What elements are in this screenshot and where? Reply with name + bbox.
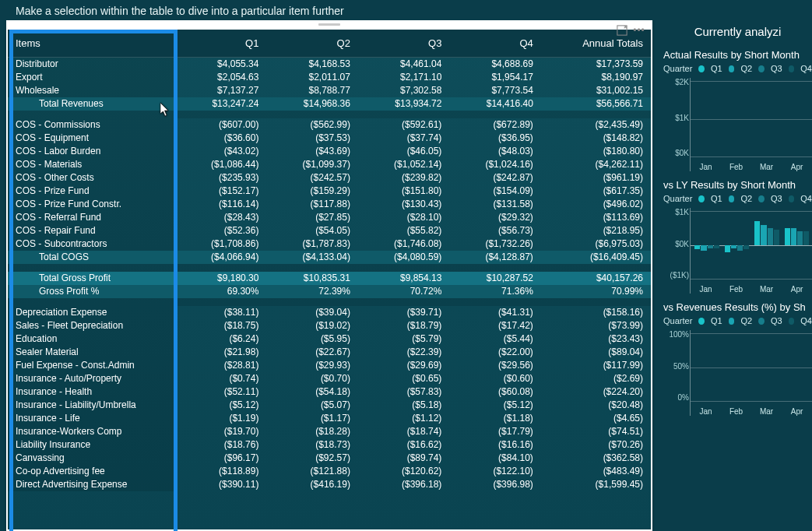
row-label[interactable]: Co-op Advertising fee [8,465,175,478]
row-label[interactable]: Fuel Expense - Const.Admin [8,359,175,372]
more-options-icon[interactable]: ••• [634,25,645,36]
cell-value: ($1,732.26) [449,237,540,251]
table-row[interactable]: Wholesale$7,137.27$8,788.77$7,302.58$7,7… [8,84,651,97]
table-row[interactable]: Liability Insurance($18.76)($18.73)($16.… [8,438,651,452]
table-row[interactable]: Canvassing($96.17)($92.57)($89.74)($84.1… [8,452,651,465]
chart-vs-revenues[interactable]: vs Revenues Results (%) by Sh Quarter Q1… [663,301,812,416]
row-label[interactable]: Total Revenues [8,97,175,111]
chart-bar[interactable] [785,228,790,245]
chart-bar[interactable] [737,245,743,251]
row-label[interactable]: Insurance - Life [8,412,175,425]
table-row[interactable]: Total Revenues$13,247.24$14,968.36$13,93… [8,97,651,111]
row-label[interactable]: Education [8,332,175,346]
chart-vs-ly[interactable]: vs LY Results by Short Month Quarter Q1 … [663,179,812,294]
chart-bar[interactable] [694,245,700,249]
table-row[interactable]: Insurance - Health($52.11)($54.18)($57.8… [8,385,651,399]
chart-bar[interactable] [774,230,779,245]
table-row[interactable]: Depreciation Expense($38.11)($39.04)($39… [8,306,651,319]
chart-bar[interactable] [725,245,730,252]
table-row[interactable]: Total COGS($4,066.94)($4,133.04)($4,080.… [8,251,651,264]
row-label[interactable]: Sales - Fleet Depreciation [8,319,175,332]
column-header[interactable]: Q2 [266,30,357,58]
row-label[interactable]: Total Gross Profit [8,272,175,285]
chart-bar[interactable] [714,245,719,248]
table-row[interactable]: COS - Labor Burden($43.02)($43.69)($46.0… [8,145,651,158]
table-row[interactable]: Export$2,054.63$2,011.07$2,171.10$1,954.… [8,71,651,84]
table-row[interactable]: Insurance - Life($1.19)($1.17)($1.12)($1… [8,412,651,425]
row-label[interactable]: Sealer Material [8,346,175,359]
table-row[interactable]: COS - Equipment($36.60)($37.53)($37.74)(… [8,132,651,145]
table-row[interactable]: COS - Materials($1,086.44)($1,099.37)($1… [8,158,651,171]
table-row[interactable]: Gross Profit %69.30%72.39%70.72%71.36%70… [8,285,651,298]
table-row[interactable]: Fuel Expense - Const.Admin($28.81)($29.9… [8,359,651,372]
row-label[interactable]: Insurance - Health [8,385,175,399]
row-label[interactable]: COS - Other Costs [8,171,175,185]
financial-table[interactable]: ItemsQ1Q2Q3Q4Annual Totals Distributor$4… [8,30,651,491]
row-label[interactable]: Total COGS [8,251,175,264]
table-row[interactable]: Education($6.24)($5.95)($5.79)($5.44)($2… [8,332,651,346]
table-row[interactable]: COS - Repair Fund($52.36)($54.05)($55.82… [8,224,651,237]
column-header[interactable]: Q1 [175,30,266,58]
chart-bar[interactable] [768,228,773,245]
chart-bar[interactable] [791,228,796,245]
row-label[interactable]: Insurance - Auto/Property [8,372,175,385]
row-label[interactable]: Insurance - Liability/Umbrella [8,399,175,412]
chart-actual-results[interactable]: Actual Results by Short Month Quarter Q1… [663,49,812,171]
cell-value: ($607.00) [175,118,266,132]
chart-bar[interactable] [708,245,713,248]
table-row[interactable]: COS - Commissions($607.00)($562.99)($592… [8,118,651,132]
row-label[interactable]: COS - Commissions [8,118,175,132]
cell-value: ($5.18) [358,399,449,412]
table-row[interactable] [8,111,651,118]
row-label[interactable]: COS - Equipment [8,132,175,145]
cell-value: ($120.62) [358,465,449,478]
chart-bar[interactable] [761,225,766,245]
table-row[interactable] [8,264,651,272]
chart-bar[interactable] [701,245,706,251]
table-row[interactable]: Distributor$4,055.34$4,168.53$4,461.04$4… [8,58,651,71]
row-label[interactable]: COS - Prize Fund Constr. [8,198,175,211]
row-label[interactable]: COS - Repair Fund [8,224,175,237]
row-label[interactable]: COS - Subcontractors [8,237,175,251]
table-row[interactable] [8,298,651,306]
row-label[interactable]: Liability Insurance [8,438,175,452]
chart-bar[interactable] [803,231,809,245]
row-label[interactable]: Direct Advertising Expense [8,478,175,491]
table-row[interactable]: COS - Subcontractors($1,708.86)($1,787.8… [8,237,651,251]
cell-value: ($5.12) [175,399,266,412]
row-label[interactable]: Insurance-Workers Comp [8,425,175,438]
focus-mode-icon[interactable] [617,25,627,36]
column-header[interactable]: Items [8,30,175,58]
table-row[interactable]: Insurance - Auto/Property($0.74)($0.70)(… [8,372,651,385]
table-row[interactable]: Direct Advertising Expense($390.11)($416… [8,478,651,491]
row-label[interactable]: Canvassing [8,452,175,465]
row-label[interactable]: Export [8,71,175,84]
row-label[interactable]: COS - Labor Burden [8,145,175,158]
table-row[interactable]: Sales - Fleet Depreciation($18.75)($19.0… [8,319,651,332]
row-label[interactable]: COS - Referral Fund [8,211,175,224]
column-header[interactable]: Q4 [449,30,540,58]
table-row[interactable]: Sealer Material($21.98)($22.67)($22.39)(… [8,346,651,359]
table-row[interactable]: COS - Other Costs($235.93)($242.57)($239… [8,171,651,185]
row-label[interactable]: COS - Materials [8,158,175,171]
row-label[interactable]: Depreciation Expense [8,306,175,319]
row-label[interactable]: Gross Profit % [8,285,175,298]
table-row[interactable]: COS - Prize Fund Constr.($116.14)($117.8… [8,198,651,211]
table-row[interactable]: Insurance - Liability/Umbrella($5.12)($5… [8,399,651,412]
table-row[interactable]: Co-op Advertising fee($118.89)($121.88)(… [8,465,651,478]
chart-bar[interactable] [731,245,736,248]
row-label[interactable]: Wholesale [8,84,175,97]
chart-bar[interactable] [754,221,760,245]
row-label[interactable]: COS - Prize Fund [8,185,175,198]
table-row[interactable]: COS - Referral Fund($28.43)($27.85)($28.… [8,211,651,224]
chart-bar[interactable] [743,245,749,249]
column-header[interactable]: Q3 [358,30,449,58]
table-row[interactable]: Insurance-Workers Comp($19.70)($18.28)($… [8,425,651,438]
chart-legend: Quarter Q1 Q2 Q3 Q4 [663,64,812,73]
table-row[interactable]: Total Gross Profit$9,180.30$10,835.31$9,… [8,272,651,285]
chart-bar[interactable] [797,231,803,245]
table-row[interactable]: COS - Prize Fund($152.17)($159.29)($151.… [8,185,651,198]
cell-value: ($0.70) [266,372,357,385]
card-drag-handle[interactable] [6,20,652,28]
row-label[interactable]: Distributor [8,58,175,71]
